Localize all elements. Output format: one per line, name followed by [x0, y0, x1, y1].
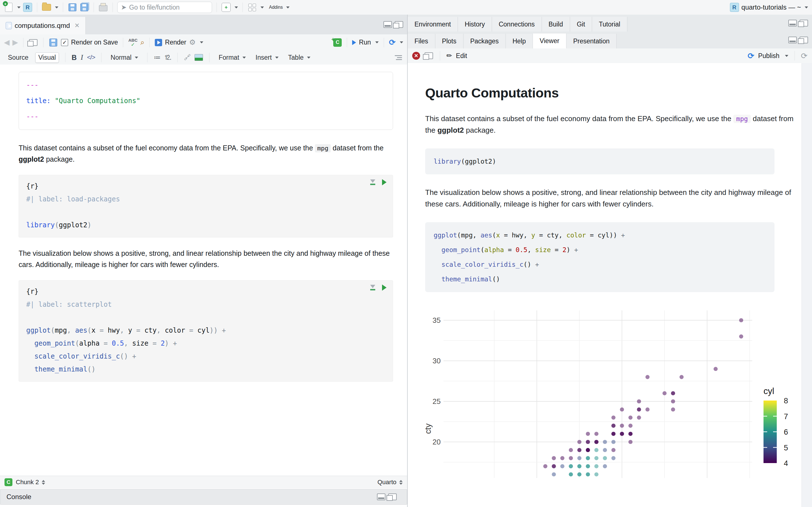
- run-caret[interactable]: [375, 41, 378, 43]
- spellcheck-icon[interactable]: ABC✓: [128, 38, 138, 47]
- tab-build[interactable]: Build: [542, 17, 570, 32]
- tab-files[interactable]: Files: [408, 34, 435, 48]
- maximize-console-icon[interactable]: [388, 494, 397, 500]
- italic-icon[interactable]: I: [81, 54, 83, 61]
- editor-tabstrip: computations.qmd ✕: [0, 15, 407, 35]
- tab-git[interactable]: Git: [570, 17, 592, 32]
- visual-editor-toolbar: Source Visual B I </> Normal ≔ ⒓ 🔗︎ Form…: [0, 50, 407, 65]
- insert-chunk-icon[interactable]: C+: [333, 38, 342, 47]
- minimize-pane-icon[interactable]: [788, 37, 797, 43]
- run-chunks-above-icon[interactable]: [370, 179, 375, 185]
- table-menu[interactable]: Table: [285, 53, 313, 62]
- open-file-caret[interactable]: [55, 6, 58, 8]
- minimize-pane-icon[interactable]: [384, 21, 392, 28]
- bold-icon[interactable]: B: [71, 54, 77, 62]
- publish-label[interactable]: Publish: [758, 52, 779, 60]
- save-icon[interactable]: [68, 3, 77, 12]
- doc-format-label[interactable]: Quarto: [377, 478, 396, 486]
- link-icon[interactable]: 🔗︎: [184, 54, 191, 61]
- paragraph-2[interactable]: The visualization below shows a positive…: [18, 247, 393, 270]
- minimize-console-icon[interactable]: [377, 494, 386, 500]
- numbered-list-icon[interactable]: ⒓: [164, 53, 171, 62]
- open-file-icon[interactable]: [42, 3, 51, 12]
- project-menu-label[interactable]: quarto-tutorials — ~: [742, 3, 801, 11]
- project-menu-caret[interactable]: [805, 6, 808, 8]
- quarto-doc-icon: [6, 22, 12, 29]
- svg-text:20: 20: [433, 438, 441, 446]
- doc-code-block-1: library(ggplot2): [425, 149, 774, 174]
- minimize-pane-icon[interactable]: [788, 20, 797, 26]
- back-icon[interactable]: ◀: [4, 38, 10, 47]
- pane-layout-icon[interactable]: [247, 3, 257, 12]
- paragraph-1[interactable]: This dataset contains a subset of the fu…: [18, 142, 393, 165]
- tab-connections[interactable]: Connections: [492, 17, 542, 32]
- render-icon[interactable]: [155, 39, 162, 46]
- run-chunk-icon[interactable]: [382, 179, 387, 185]
- viewer-popout-icon[interactable]: [424, 51, 434, 61]
- code-chunk-1[interactable]: {r}#| label: load-packageslibrary(ggplot…: [18, 175, 393, 237]
- run-chunk-icon[interactable]: [382, 284, 387, 291]
- format-select-icon[interactable]: [399, 480, 403, 485]
- new-project-icon[interactable]: R: [23, 3, 33, 12]
- render-label[interactable]: Render: [165, 39, 186, 46]
- right-panes: Environment History Connections Build Gi…: [408, 15, 812, 507]
- tab-tutorial[interactable]: Tutorial: [592, 17, 627, 32]
- bullet-list-icon[interactable]: ≔: [154, 54, 160, 61]
- tab-presentation[interactable]: Presentation: [566, 34, 617, 48]
- format-menu[interactable]: Format: [216, 53, 249, 62]
- gear-icon[interactable]: ⚙: [189, 38, 196, 47]
- source-column-caret[interactable]: [235, 6, 238, 8]
- render-options-caret[interactable]: [200, 41, 203, 43]
- inline-code-icon[interactable]: </>: [87, 54, 95, 61]
- addins-menu[interactable]: Addins: [266, 4, 292, 11]
- insert-menu[interactable]: Insert: [253, 53, 282, 62]
- chunk-position-label[interactable]: Chunk 2: [16, 478, 39, 486]
- console-header[interactable]: Console: [0, 489, 407, 505]
- render-on-save-checkbox[interactable]: ✓: [61, 39, 68, 46]
- goto-file-input[interactable]: ➤ Go to file/function: [117, 2, 212, 13]
- chunk-nav-icon[interactable]: [42, 480, 45, 485]
- source-mode-button[interactable]: Source: [5, 53, 31, 62]
- visual-mode-button[interactable]: Visual: [35, 52, 59, 63]
- pane-layout-caret[interactable]: [260, 6, 264, 8]
- refresh-viewer-icon[interactable]: ⟳: [801, 51, 808, 61]
- publish-icon[interactable]: ⟳: [748, 51, 754, 61]
- editor-content[interactable]: ---title: "Quarto Computations"--- This …: [0, 64, 407, 476]
- tab-computations-qmd[interactable]: computations.qmd ✕: [0, 17, 86, 34]
- source-refresh-icon[interactable]: ⟳: [389, 38, 396, 47]
- edit-pencil-icon[interactable]: ✏: [446, 52, 452, 60]
- publish-caret[interactable]: [785, 55, 788, 57]
- edit-label[interactable]: Edit: [456, 52, 467, 60]
- run-icon[interactable]: [352, 40, 356, 45]
- maximize-pane-icon[interactable]: [800, 37, 808, 43]
- tab-environment[interactable]: Environment: [408, 17, 458, 32]
- new-file-icon[interactable]: +: [4, 3, 13, 12]
- yaml-block[interactable]: ---title: "Quarto Computations"---: [18, 72, 393, 130]
- svg-text:4: 4: [784, 459, 788, 467]
- tab-help[interactable]: Help: [506, 34, 533, 48]
- clear-viewer-icon[interactable]: ✕: [412, 52, 420, 60]
- source-refresh-caret[interactable]: [400, 41, 403, 43]
- run-label[interactable]: Run: [359, 39, 371, 46]
- close-tab-icon[interactable]: ✕: [74, 22, 80, 29]
- tab-history[interactable]: History: [458, 17, 492, 32]
- maximize-pane-icon[interactable]: [800, 20, 808, 26]
- tab-plots[interactable]: Plots: [435, 34, 463, 48]
- maximize-pane-icon[interactable]: [395, 21, 403, 28]
- outline-icon[interactable]: [395, 55, 402, 60]
- source-column-icon[interactable]: +: [221, 3, 231, 12]
- new-file-caret[interactable]: [17, 6, 20, 8]
- print-icon[interactable]: [98, 3, 108, 12]
- popout-icon[interactable]: [29, 38, 38, 47]
- image-icon[interactable]: [195, 54, 203, 61]
- paragraph-style-select[interactable]: Normal: [108, 53, 141, 62]
- forward-icon[interactable]: ▶: [12, 38, 18, 47]
- tab-packages[interactable]: Packages: [463, 34, 506, 48]
- run-chunks-above-icon[interactable]: [370, 285, 375, 290]
- viewer-content[interactable]: Quarto Computations This dataset contain…: [408, 63, 802, 507]
- code-chunk-2[interactable]: {r}#| label: scatterplotggplot(mpg, aes(…: [18, 280, 393, 382]
- find-replace-icon[interactable]: ⌕: [140, 38, 145, 47]
- save-all-icon[interactable]: [80, 3, 89, 12]
- tab-viewer[interactable]: Viewer: [533, 34, 566, 48]
- save-doc-icon[interactable]: [49, 38, 58, 47]
